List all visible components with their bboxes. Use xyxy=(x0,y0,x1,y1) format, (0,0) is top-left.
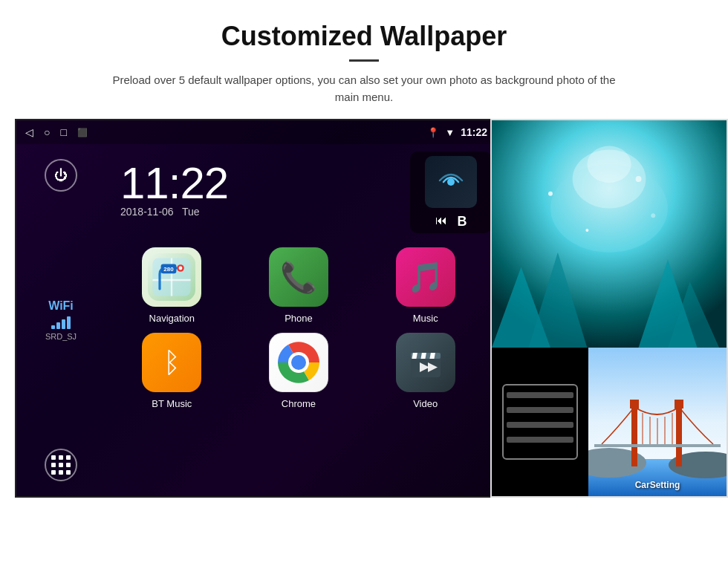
abstract-svg xyxy=(492,348,588,496)
wallpaper-top[interactable] xyxy=(492,120,727,348)
status-right: 📍 ▼ 11:22 xyxy=(427,126,487,138)
back-icon: ◁ xyxy=(25,126,33,138)
status-left: ◁ ○ □ ⬛ xyxy=(25,126,88,138)
next-icon-b: B xyxy=(458,214,467,230)
home-icon: ○ xyxy=(44,126,50,138)
svg-point-29 xyxy=(636,176,642,182)
svg-rect-49 xyxy=(594,444,721,447)
app-item-phone[interactable]: 📞 Phone xyxy=(240,247,358,324)
svg-rect-36 xyxy=(507,437,573,443)
signal-icon: ▼ xyxy=(445,127,455,138)
wifi-bar-4 xyxy=(67,316,71,329)
power-button[interactable]: ⏻ xyxy=(45,159,77,192)
svg-point-30 xyxy=(585,229,588,232)
wallpaper-bottom-right[interactable]: CarSetting xyxy=(588,348,727,496)
wifi-symbol-icon xyxy=(436,167,466,197)
app-item-bt-music[interactable]: ᛒ BT Music xyxy=(113,333,231,409)
prev-icon[interactable]: ⏮ xyxy=(435,214,447,230)
svg-rect-51 xyxy=(675,400,683,409)
ice-cave-svg xyxy=(492,120,727,348)
car-setting-label: CarSetting xyxy=(588,480,727,490)
svg-point-27 xyxy=(587,146,631,183)
wifi-bars xyxy=(45,316,77,329)
svg-point-12 xyxy=(291,355,306,370)
svg-rect-42 xyxy=(631,407,637,466)
svg-point-31 xyxy=(651,213,655,218)
wifi-ssid: SRD_SJ xyxy=(45,332,77,341)
wallpaper-bottom-left[interactable] xyxy=(492,348,588,496)
wifi-bar-3 xyxy=(62,319,65,329)
music-icon: 🎵 xyxy=(396,247,455,307)
page-header: Customized Wallpaper Preload over 5 defa… xyxy=(0,0,728,119)
navigation-svg: 280 xyxy=(148,253,195,301)
chrome-icon xyxy=(269,333,328,392)
phone-label: Phone xyxy=(285,313,313,324)
phone-symbol: 📞 xyxy=(280,260,317,295)
left-sidebar: ⏻ WiFi SRD_SJ xyxy=(16,144,105,496)
wifi-bar-1 xyxy=(51,325,55,329)
page-title: Customized Wallpaper xyxy=(45,21,683,52)
status-bar: ◁ ○ □ ⬛ 📍 ▼ 11:22 xyxy=(16,120,496,144)
bridge-svg xyxy=(588,348,727,496)
app-item-chrome[interactable]: Chrome xyxy=(240,333,358,409)
bt-icon: ᛒ xyxy=(142,333,201,392)
svg-point-0 xyxy=(447,178,455,186)
wifi-label: WiFi xyxy=(45,299,77,313)
music-label: Music xyxy=(413,313,438,324)
power-icon: ⏻ xyxy=(54,168,68,183)
navigation-icon: 280 xyxy=(142,247,201,307)
phone-icon: 📞 xyxy=(269,247,328,307)
music-symbol: 🎵 xyxy=(407,260,444,295)
svg-text:ᛒ: ᛒ xyxy=(163,347,181,378)
screenshot-icon: ⬛ xyxy=(77,128,88,137)
svg-rect-35 xyxy=(507,422,573,428)
svg-point-28 xyxy=(548,192,553,196)
page-wrapper: Customized Wallpaper Preload over 5 defa… xyxy=(0,0,728,505)
content-area: ◁ ○ □ ⬛ 📍 ▼ 11:22 ⏻ WiFi xyxy=(15,119,728,505)
bt-music-label: BT Music xyxy=(152,398,192,409)
media-controls: ⏮ B xyxy=(435,214,467,230)
svg-rect-50 xyxy=(630,400,639,409)
main-content: 11:22 2018-11-06 Tue xyxy=(105,144,498,496)
svg-rect-34 xyxy=(507,407,573,413)
bluetooth-svg: ᛒ xyxy=(155,345,189,380)
header-divider xyxy=(349,59,379,62)
app-item-video[interactable]: Video xyxy=(366,333,484,409)
video-svg xyxy=(407,344,444,381)
app-grid: 280 Navigation 📞 Phone xyxy=(105,232,498,424)
svg-rect-43 xyxy=(676,407,682,466)
wallpaper-previews: CarSetting xyxy=(490,119,728,498)
video-icon xyxy=(396,333,455,392)
svg-text:280: 280 xyxy=(164,266,175,273)
wallpaper-bottom-row: CarSetting xyxy=(492,348,727,496)
svg-point-8 xyxy=(179,267,183,270)
video-label: Video xyxy=(413,398,438,409)
grid-icon xyxy=(51,455,71,475)
recents-icon: □ xyxy=(60,126,66,138)
wifi-widget: WiFi SRD_SJ xyxy=(45,299,77,341)
header-description: Preload over 5 default wallpaper options… xyxy=(104,72,624,105)
app-item-music[interactable]: 🎵 Music xyxy=(366,247,484,324)
apps-button[interactable] xyxy=(45,449,77,481)
status-time: 11:22 xyxy=(461,126,487,138)
media-widget: ⏮ B xyxy=(410,152,492,233)
android-screen: ◁ ○ □ ⬛ 📍 ▼ 11:22 ⏻ WiFi xyxy=(15,119,498,498)
location-icon: 📍 xyxy=(427,127,439,138)
svg-rect-33 xyxy=(507,392,573,398)
app-item-navigation[interactable]: 280 Navigation xyxy=(113,247,231,324)
navigation-label: Navigation xyxy=(149,313,195,324)
chrome-label: Chrome xyxy=(282,398,316,409)
media-icon xyxy=(425,156,477,208)
chrome-svg xyxy=(276,340,321,385)
wifi-bar-2 xyxy=(56,322,60,329)
